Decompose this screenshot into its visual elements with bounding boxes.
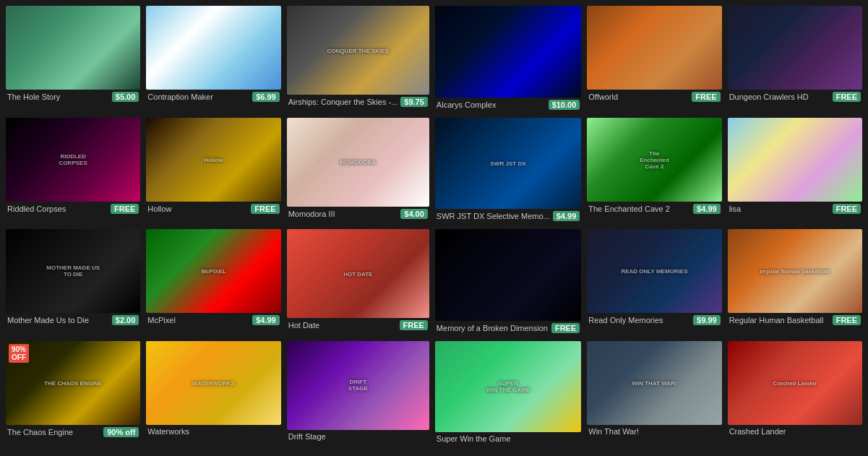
- game-thumbnail: DRIFT STAGE: [287, 341, 429, 430]
- game-title: SWR JST DX Selective Memo...: [437, 212, 550, 220]
- game-info-bar: Win That War!: [587, 425, 721, 438]
- game-info-bar: Airships: Conquer the Skies -...$9.75: [287, 95, 429, 109]
- thumbnail-text: McPIXEL: [201, 268, 225, 275]
- thumbnail-text: SWR JST DX: [491, 160, 526, 166]
- game-item-super-win-the-game[interactable]: SUPER WIN THE GAMESuper Win the Game: [435, 341, 581, 446]
- game-title: Airships: Conquer the Skies -...: [288, 98, 398, 106]
- thumbnail-text: Crashed Lander: [773, 379, 817, 386]
- game-item-mcpixel[interactable]: McPIXELMcPixel$4.99: [146, 229, 280, 335]
- game-thumbnail: WATERWORKS: [146, 341, 280, 425]
- game-item-hole-story[interactable]: The Hole Story$5.00: [6, 6, 140, 112]
- game-info-bar: lisaFREE: [728, 202, 862, 216]
- thumbnail-text: WATERWORKS: [192, 379, 235, 386]
- game-thumbnail: SWR JST DX: [435, 118, 581, 210]
- thumbnail-text: HOT DATE: [343, 270, 372, 277]
- game-price: $9.75: [400, 97, 428, 107]
- game-title: Hollow: [147, 205, 248, 213]
- game-price: FREE: [692, 92, 720, 102]
- game-thumbnail: THE CHAOS ENGINE90% OFF: [6, 341, 140, 425]
- game-item-drift-stage[interactable]: DRIFT STAGEDrift Stage: [287, 341, 429, 446]
- game-price: 90% off: [103, 427, 139, 437]
- game-info-bar: Regular Human BasketballFREE: [728, 313, 862, 327]
- game-info-bar: Riddled CorpsesFREE: [6, 202, 140, 216]
- thumbnail-text: Hollow: [204, 156, 223, 163]
- game-title: Alcarys Complex: [437, 100, 546, 109]
- game-title: Win That War!: [588, 427, 720, 436]
- game-info-bar: The Enchanted Cave 2$4.99: [587, 202, 721, 216]
- game-price: FREE: [111, 204, 139, 214]
- game-price: $9.99: [693, 315, 721, 325]
- game-title: Super Win the Game: [437, 434, 580, 443]
- game-item-contraption-maker[interactable]: Contraption Maker$6.99: [146, 6, 280, 112]
- game-thumbnail: The Enchanted Cave 2: [587, 118, 721, 202]
- thumbnail-text: READ ONLY MEMORIES: [621, 268, 687, 275]
- thumbnail-text: MOTHER MADE US TO DIE: [46, 264, 100, 278]
- game-thumbnail: [435, 6, 581, 98]
- game-item-memory-broken-dimension[interactable]: Memory of a Broken DimensionFREE: [435, 229, 581, 335]
- game-title: McPixel: [147, 316, 249, 324]
- game-title: Momodora III: [288, 210, 398, 218]
- game-title: Dungeon Crawlers HD: [729, 93, 830, 101]
- game-thumbnail: CONQUER THE SKIES: [287, 6, 429, 95]
- game-price: $4.99: [693, 204, 721, 214]
- game-item-alcarys-complex[interactable]: Alcarys Complex$10.00: [435, 6, 581, 112]
- game-title: Riddled Corpses: [7, 205, 108, 213]
- game-item-win-that-war[interactable]: WIN THAT WAR!Win That War!: [587, 341, 721, 446]
- game-title: The Hole Story: [7, 93, 109, 101]
- game-thumbnail: WIN THAT WAR!: [587, 341, 721, 425]
- game-item-riddled-corpses[interactable]: RIDDLED CORPSESRiddled CorpsesFREE: [6, 118, 140, 224]
- game-title: Mother Made Us to Die: [7, 316, 109, 324]
- game-grid: The Hole Story$5.00Contraption Maker$6.9…: [0, 0, 868, 451]
- game-item-crashed-lander[interactable]: Crashed LanderCrashed Lander: [728, 341, 862, 446]
- discount-badge: 90% OFF: [9, 344, 29, 363]
- game-item-mother-made-us-die[interactable]: MOTHER MADE US TO DIEMother Made Us to D…: [6, 229, 140, 335]
- game-info-bar: Waterworks: [146, 425, 280, 438]
- game-title: The Chaos Engine: [7, 428, 100, 436]
- game-title: Read Only Memories: [588, 316, 690, 324]
- game-title: Waterworks: [147, 427, 279, 436]
- game-item-momodora-iii[interactable]: MOMODORAMomodora III$4.00: [287, 118, 429, 224]
- game-info-bar: OffworldFREE: [587, 90, 721, 104]
- game-item-hot-date[interactable]: HOT DATEHot DateFREE: [287, 229, 429, 335]
- game-price: $4.00: [400, 209, 428, 219]
- game-thumbnail: MOTHER MADE US TO DIE: [6, 229, 140, 313]
- game-item-regular-human-basketball[interactable]: regular human basketballRegular Human Ba…: [728, 229, 862, 335]
- game-item-airships[interactable]: CONQUER THE SKIESAirships: Conquer the S…: [287, 6, 429, 112]
- thumbnail-text: The Enchanted Cave 2: [640, 150, 669, 169]
- game-info-bar: Read Only Memories$9.99: [587, 313, 721, 327]
- game-thumbnail: RIDDLED CORPSES: [6, 118, 140, 202]
- game-item-dungeon-crawlers-hd[interactable]: Dungeon Crawlers HDFREE: [728, 6, 862, 112]
- game-title: Contraption Maker: [147, 93, 249, 101]
- game-price: FREE: [400, 320, 428, 330]
- game-thumbnail: [435, 229, 581, 321]
- game-title: Regular Human Basketball: [729, 316, 830, 324]
- game-item-chaos-engine[interactable]: THE CHAOS ENGINE90% OFFThe Chaos Engine9…: [6, 341, 140, 446]
- thumbnail-text: CONQUER THE SKIES: [327, 47, 389, 53]
- game-item-enchanted-cave-2[interactable]: The Enchanted Cave 2The Enchanted Cave 2…: [587, 118, 721, 224]
- game-item-lisa[interactable]: lisaFREE: [728, 118, 862, 224]
- game-thumbnail: [587, 6, 721, 90]
- game-info-bar: The Hole Story$5.00: [6, 90, 140, 104]
- game-price: $10.00: [549, 100, 580, 110]
- game-thumbnail: Hollow: [146, 118, 280, 202]
- game-item-offworld[interactable]: OffworldFREE: [587, 6, 721, 112]
- game-info-bar: SWR JST DX Selective Memo...$4.99: [435, 209, 581, 223]
- game-title: The Enchanted Cave 2: [588, 205, 690, 213]
- game-thumbnail: MOMODORA: [287, 118, 429, 207]
- thumbnail-text: MOMODORA: [340, 159, 376, 165]
- game-price: $4.99: [252, 315, 280, 325]
- game-info-bar: Momodora III$4.00: [287, 207, 429, 221]
- game-thumbnail: [728, 118, 862, 202]
- game-info-bar: Crashed Lander: [728, 425, 862, 438]
- game-price: $4.99: [553, 211, 580, 221]
- game-thumbnail: McPIXEL: [146, 229, 280, 313]
- game-item-swr-jst-dx[interactable]: SWR JST DXSWR JST DX Selective Memo...$4…: [435, 118, 581, 224]
- game-thumbnail: regular human basketball: [728, 229, 862, 313]
- game-item-hollow[interactable]: HollowHollowFREE: [146, 118, 280, 224]
- thumbnail-text: THE CHAOS ENGINE: [44, 379, 102, 386]
- game-item-read-only-memories[interactable]: READ ONLY MEMORIESRead Only Memories$9.9…: [587, 229, 721, 335]
- game-item-waterworks[interactable]: WATERWORKSWaterworks: [146, 341, 280, 446]
- game-thumbnail: READ ONLY MEMORIES: [587, 229, 721, 313]
- game-title: Memory of a Broken Dimension: [437, 324, 549, 332]
- game-info-bar: Super Win the Game: [435, 432, 581, 445]
